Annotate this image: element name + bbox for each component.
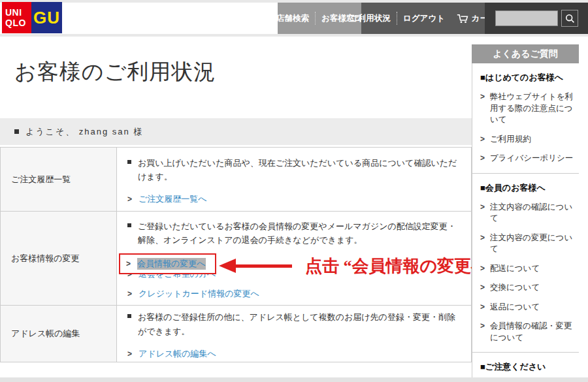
chevron-right-icon: > (480, 203, 485, 225)
square-bullet-icon (127, 314, 131, 318)
nav-group-search (485, 3, 588, 34)
sidebar-link-label: 弊社ウェブサイトを利用する際の注意点について (490, 91, 575, 126)
chevron-right-icon: > (480, 93, 485, 126)
annotation: 点击 “会員情報の変更へ” (219, 255, 497, 278)
sidebar-link-terms[interactable]: > ご利用規約 (480, 134, 575, 146)
address-book-edit-link[interactable]: アドレス帳の編集へ (139, 348, 216, 360)
order-history-link[interactable]: ご注文履歴一覧へ (139, 193, 207, 205)
nav-logout[interactable]: ログアウト (397, 13, 451, 24)
sidebar-section-members: ■会員のお客様へ > 注文内容の確認について > 注文内容の変更について > 配… (472, 174, 579, 353)
sidebar-link-label: 返品について (490, 302, 540, 313)
sidebar-link-privacy-policy[interactable]: > プライバシーポリシー (480, 153, 575, 165)
page-bottom-strip (0, 377, 588, 382)
gu-logo[interactable]: GU (31, 2, 62, 33)
sidebar-section-heading: ■会員のお客様へ (480, 182, 575, 194)
red-arrow-icon (219, 259, 236, 273)
red-annotation-box: > 会員情報の変更へ (119, 253, 216, 274)
sidebar-link-label: 注文内容の変更について (490, 232, 575, 255)
search-input[interactable] (495, 10, 558, 26)
row-body: お客様のご登録住所の他に、アドレス帳として複数のお届け先の登録・変更・削除ができ… (117, 306, 471, 362)
cart-icon (457, 13, 468, 24)
uniqlo-logo[interactable]: UNI QLO (2, 2, 31, 33)
sidebar-section-heading: ■はじめてのお客様へ (480, 72, 575, 84)
link-row: > ご注文履歴一覧へ (127, 193, 462, 205)
row-body: お買い上げいただいた商品や、現在ご注文いただいている商品について確認いただけます… (117, 148, 471, 211)
sidebar-section-heading: ■ご注意ください (480, 361, 575, 373)
highlighted-link-row: > 会員情報の変更へ 点击 “会員情報の変更へ” (127, 253, 462, 261)
header: UNI QLO GU 店舗検索 お客様窓口 ご利用状況 ログアウト カート (0, 3, 588, 34)
faq-sidebar-title: よくあるご質問 (472, 44, 579, 63)
search-button[interactable] (561, 10, 578, 27)
uniqlo-logo-line1: UNI (5, 7, 31, 18)
sidebar-link-label: 注文内容の確認について (490, 202, 575, 225)
row-body: ご登録いただいているお客様の会員情報の変更やメールマガジンの配信設定変更・解除、… (117, 212, 471, 305)
link-row: > クレジットカード情報の変更へ (127, 288, 462, 300)
sidebar-section-first-time: ■はじめてのお客様へ > 弊社ウェブサイトを利用する際の注意点について > ご利… (472, 63, 579, 174)
welcome-bar: ようこそ、 zhang san 様 (0, 118, 472, 145)
credit-card-info-link[interactable]: クレジットカード情報の変更へ (139, 288, 259, 300)
faq-sidebar-body: ■はじめてのお客様へ > 弊社ウェブサイトを利用する際の注意点について > ご利… (472, 63, 579, 382)
sidebar-link-label: ご利用規約 (490, 134, 531, 146)
chevron-right-icon: > (480, 264, 485, 275)
nav-store-search[interactable]: 店舗検索 (270, 13, 315, 24)
row-description: お買い上げいただいた商品や、現在ご注文いただいている商品について確認いただけます… (127, 156, 462, 184)
nav-usage-status[interactable]: ご利用状況 (344, 13, 397, 24)
sidebar-link-label: 配送について (490, 263, 540, 275)
member-info-change-link[interactable]: 会員情報の変更へ (137, 258, 206, 270)
sidebar-link-site-notes[interactable]: > 弊社ウェブサイトを利用する際の注意点について (480, 91, 575, 126)
table-row-address-book: アドレス帳の編集 お客様のご登録住所の他に、アドレス帳として複数のお届け先の登録… (1, 306, 471, 362)
sidebar-link-exchange[interactable]: > 交換について (480, 282, 575, 294)
chevron-right-icon: > (480, 303, 485, 313)
table-row-member-info: お客様情報の変更 ご登録いただいているお客様の会員情報の変更やメールマガジンの配… (1, 212, 471, 306)
sidebar-link-order-change[interactable]: > 注文内容の変更について (480, 232, 575, 255)
row-description: ご登録いただいているお客様の会員情報の変更やメールマガジンの配信設定変更・解除、… (127, 219, 462, 247)
square-bullet-icon (14, 129, 19, 134)
row-heading: アドレス帳の編集 (1, 306, 117, 362)
sidebar-link-delivery[interactable]: > 配送について (480, 263, 575, 275)
row-description-text: ご登録いただいているお客様の会員情報の変更やメールマガジンの配信設定変更・解除、… (138, 219, 462, 247)
square-bullet-icon (127, 160, 131, 164)
row-description-text: お買い上げいただいた商品や、現在ご注文いただいている商品について確認いただけます… (138, 156, 462, 184)
chevron-right-icon: > (127, 195, 132, 203)
chevron-right-icon: > (480, 322, 485, 343)
account-options-table: ご注文履歴一覧 お買い上げいただいた商品や、現在ご注文いただいている商品について… (0, 147, 472, 362)
chevron-right-icon: > (127, 290, 132, 298)
row-heading: ご注文履歴一覧 (1, 148, 117, 211)
uniqlo-logo-line2: QLO (5, 18, 31, 28)
search-icon (564, 13, 575, 24)
chevron-right-icon: > (480, 154, 485, 165)
sidebar-link-label: 交換について (490, 282, 540, 294)
sidebar-link-returns[interactable]: > 返品について (480, 302, 575, 313)
chevron-right-icon: > (480, 135, 485, 146)
table-row-order-history: ご注文履歴一覧 お買い上げいただいた商品や、現在ご注文いただいている商品について… (1, 148, 471, 212)
gu-logo-text: GU (33, 8, 60, 28)
nav-group-dark: ご利用状況 ログアウト カート (361, 3, 485, 34)
row-description-text: お客様のご登録住所の他に、アドレス帳として複数のお届け先の登録・変更・削除ができ… (138, 310, 462, 338)
red-arrow-line (236, 264, 292, 268)
header-bottom-strip (0, 34, 588, 37)
row-description: お客様のご登録住所の他に、アドレス帳として複数のお届け先の登録・変更・削除ができ… (127, 310, 462, 338)
sidebar-link-label: プライバシーポリシー (490, 153, 573, 165)
sidebar-link-label: 会員情報の確認・変更について (490, 321, 575, 343)
annotation-text: 点击 “会員情報の変更へ” (305, 255, 497, 278)
row-heading: お客様情報の変更 (1, 212, 117, 305)
square-bullet-icon (127, 223, 131, 227)
page-title: お客様のご利用状況 (14, 57, 216, 87)
chevron-right-icon: > (480, 234, 485, 255)
welcome-text: ようこそ、 zhang san 様 (25, 126, 143, 138)
chevron-right-icon: > (126, 260, 131, 268)
link-row: > アドレス帳の編集へ (127, 348, 462, 360)
chevron-right-icon: > (127, 350, 132, 358)
faq-sidebar: よくあるご質問 ■はじめてのお客様へ > 弊社ウェブサイトを利用する際の注意点に… (472, 44, 579, 382)
chevron-right-icon: > (480, 283, 485, 294)
sidebar-link-order-confirm[interactable]: > 注文内容の確認について (480, 202, 575, 225)
sidebar-link-member-info[interactable]: > 会員情報の確認・変更について (480, 321, 575, 343)
